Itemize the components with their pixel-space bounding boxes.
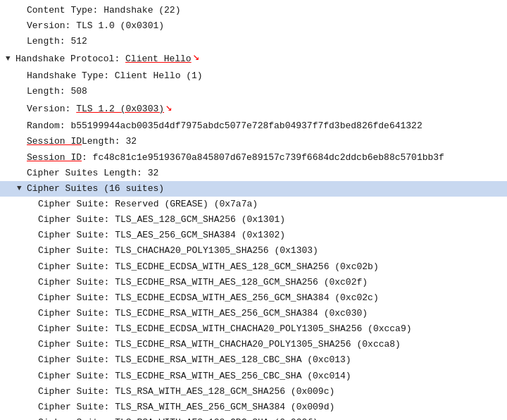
row-version-tls12[interactable]: Version: TLS 1.2 (0x0303) ↘	[0, 100, 507, 119]
cs-ecdhe-ecdsa-256gcm-label: Cipher Suite: TLS_ECDHE_ECDSA_WITH_AES_2…	[38, 291, 379, 305]
row-cs-rsa-128cbc[interactable]: Cipher Suite: TLS_RSA_WITH_AES_128_CBC_S…	[0, 415, 507, 420]
row-length-508[interactable]: Length: 508	[0, 84, 507, 99]
row-session-id-length[interactable]: Session ID Length: 32	[0, 134, 507, 149]
session-id-length-suffix: Length: 32	[82, 135, 137, 149]
session-id-prefix: Session ID	[27, 151, 82, 165]
cs-chacha20-label: Cipher Suite: TLS_CHACHA20_POLY1305_SHA2…	[38, 244, 318, 258]
cs-ecdhe-rsa-128gcm-label: Cipher Suite: TLS_ECDHE_RSA_WITH_AES_128…	[38, 276, 368, 290]
no-toggle	[17, 70, 25, 82]
row-session-id[interactable]: Session ID : fc48c81c1e95193670a845807d6…	[0, 150, 507, 166]
cs-rsa-128cbc-label: Cipher Suite: TLS_RSA_WITH_AES_128_CBC_S…	[38, 416, 318, 420]
no-toggle	[28, 354, 37, 366]
cs-aes128gcm-label: Cipher Suite: TLS_AES_128_GCM_SHA256 (0x…	[38, 213, 285, 227]
row-cs-ecdhe-rsa-chacha20[interactable]: Cipher Suite: TLS_ECDHE_RSA_WITH_CHACHA2…	[0, 337, 507, 352]
cs-ecdhe-ecdsa-128gcm-label: Cipher Suite: TLS_ECDHE_ECDSA_WITH_AES_1…	[38, 260, 379, 274]
row-content-type[interactable]: Content Type: Handshake (22)	[0, 3, 507, 18]
row-cs-ecdhe-ecdsa-256gcm[interactable]: Cipher Suite: TLS_ECDHE_ECDSA_WITH_AES_2…	[0, 290, 507, 306]
row-cipher-suites-header[interactable]: ▼ Cipher Suites (16 suites)	[0, 181, 507, 197]
row-cs-rsa-256gcm[interactable]: Cipher Suite: TLS_RSA_WITH_AES_256_GCM_S…	[0, 400, 507, 415]
no-toggle	[28, 276, 37, 288]
no-toggle	[17, 36, 25, 48]
arrow-annotation-1: ↘	[193, 49, 200, 66]
no-toggle	[28, 370, 37, 382]
no-toggle	[17, 167, 25, 179]
row-cs-rsa-128gcm[interactable]: Cipher Suite: TLS_RSA_WITH_AES_128_GCM_S…	[0, 384, 507, 400]
row-handshake-type[interactable]: Handshake Type: Client Hello (1)	[0, 68, 507, 84]
random-label: Random: b55199944acb0035d4df7975abdc5077…	[27, 119, 423, 133]
no-toggle	[17, 152, 25, 163]
row-cipher-suites-length[interactable]: Cipher Suites Length: 32	[0, 166, 507, 181]
client-hello-link: Client Hello	[125, 52, 192, 66]
no-toggle	[17, 86, 25, 98]
row-cs-aes128gcm[interactable]: Cipher Suite: TLS_AES_128_GCM_SHA256 (0x…	[0, 212, 507, 228]
no-toggle	[28, 261, 37, 273]
expand-handshake-toggle[interactable]: ▼	[6, 53, 14, 65]
cipher-suites-length-label: Cipher Suites Length: 32	[27, 166, 158, 180]
no-toggle	[17, 121, 25, 132]
no-toggle	[28, 417, 37, 420]
length-label: Length: 512	[27, 35, 87, 49]
row-cs-grease[interactable]: Cipher Suite: Reserved (GREASE) (0x7a7a)	[0, 197, 507, 212]
no-toggle	[28, 385, 37, 397]
version-tls10-label: Version: TLS 1.0 (0x0301)	[27, 19, 164, 33]
cs-ecdhe-rsa-chacha20-label: Cipher Suite: TLS_ECDHE_RSA_WITH_CHACHA2…	[38, 338, 401, 352]
row-version-tls10[interactable]: Version: TLS 1.0 (0x0301)	[0, 18, 507, 34]
row-cs-ecdhe-rsa-256cbc[interactable]: Cipher Suite: TLS_ECDHE_RSA_WITH_AES_256…	[0, 369, 507, 384]
row-cs-ecdhe-rsa-128gcm[interactable]: Cipher Suite: TLS_ECDHE_RSA_WITH_AES_128…	[0, 275, 507, 290]
no-toggle	[17, 5, 25, 17]
no-toggle	[28, 292, 37, 304]
handshake-type-label: Handshake Type: Client Hello (1)	[27, 69, 203, 83]
version-tls12-value: TLS 1.2 (0x0303)	[76, 102, 164, 116]
cs-ecdhe-ecdsa-chacha20-label: Cipher Suite: TLS_ECDHE_ECDSA_WITH_CHACH…	[38, 322, 412, 336]
cs-ecdhe-rsa-256gcm-label: Cipher Suite: TLS_ECDHE_RSA_WITH_AES_256…	[38, 307, 368, 321]
session-id-colon: : fc48c81c1e95193670a845807d67e89157c739…	[82, 151, 444, 165]
row-cs-ecdhe-rsa-256gcm[interactable]: Cipher Suite: TLS_ECDHE_RSA_WITH_AES_256…	[0, 306, 507, 321]
session-id-length-prefix: Session ID	[27, 135, 82, 149]
packet-tree: Content Type: Handshake (22) Version: TL…	[0, 0, 507, 420]
cs-ecdhe-rsa-256cbc-label: Cipher Suite: TLS_ECDHE_RSA_WITH_AES_256…	[38, 369, 351, 383]
row-random[interactable]: Random: b55199944acb0035d4df7975abdc5077…	[0, 118, 507, 134]
no-toggle	[17, 136, 25, 148]
no-toggle	[28, 230, 37, 242]
expand-cipher-suites-toggle[interactable]: ▼	[17, 183, 25, 194]
row-cs-ecdhe-ecdsa-128gcm[interactable]: Cipher Suite: TLS_ECDHE_ECDSA_WITH_AES_1…	[0, 259, 507, 275]
no-toggle	[28, 308, 37, 320]
cs-ecdhe-rsa-128cbc-label: Cipher Suite: TLS_ECDHE_RSA_WITH_AES_128…	[38, 353, 351, 367]
cs-grease-label: Cipher Suite: Reserved (GREASE) (0x7a7a)	[38, 197, 258, 211]
arrow-annotation-2: ↘	[165, 99, 173, 117]
handshake-protocol-label: Handshake Protocol:	[15, 52, 125, 66]
no-toggle	[28, 401, 37, 413]
row-cs-ecdhe-ecdsa-chacha20[interactable]: Cipher Suite: TLS_ECDHE_ECDSA_WITH_CHACH…	[0, 321, 507, 337]
row-handshake-protocol[interactable]: ▼ Handshake Protocol: Client Hello ↘	[0, 49, 507, 68]
length-508-label: Length: 508	[27, 85, 87, 99]
no-toggle	[28, 199, 37, 211]
no-toggle	[28, 245, 37, 257]
no-toggle	[28, 339, 37, 351]
no-toggle	[17, 20, 25, 32]
row-cs-aes256gcm[interactable]: Cipher Suite: TLS_AES_256_GCM_SHA384 (0x…	[0, 228, 507, 243]
no-toggle	[17, 103, 25, 115]
cs-aes256gcm-label: Cipher Suite: TLS_AES_256_GCM_SHA384 (0x…	[38, 228, 285, 242]
cs-rsa-256gcm-label: Cipher Suite: TLS_RSA_WITH_AES_256_GCM_S…	[38, 400, 334, 414]
row-length[interactable]: Length: 512	[0, 34, 507, 49]
cs-rsa-128gcm-label: Cipher Suite: TLS_RSA_WITH_AES_128_GCM_S…	[38, 385, 334, 399]
no-toggle	[28, 214, 37, 226]
version-tls12-prefix: Version:	[27, 102, 76, 116]
row-cs-chacha20[interactable]: Cipher Suite: TLS_CHACHA20_POLY1305_SHA2…	[0, 243, 507, 259]
cipher-suites-header-label: Cipher Suites (16 suites)	[27, 182, 164, 196]
row-cs-ecdhe-rsa-128cbc[interactable]: Cipher Suite: TLS_ECDHE_RSA_WITH_AES_128…	[0, 352, 507, 368]
content-type-label: Content Type: Handshake (22)	[27, 4, 180, 18]
no-toggle	[28, 323, 37, 335]
